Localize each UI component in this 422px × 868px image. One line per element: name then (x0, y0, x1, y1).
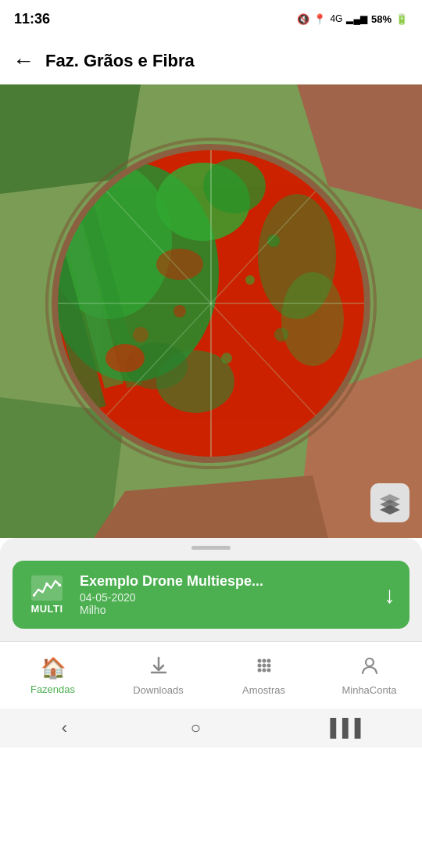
svg-point-20 (245, 275, 255, 285)
svg-point-45 (262, 663, 266, 667)
svg-point-44 (257, 663, 261, 667)
download-nav-icon (148, 655, 169, 681)
sys-back-button[interactable]: ‹ (62, 718, 67, 738)
svg-point-49 (266, 668, 270, 672)
battery-percent: 58% (371, 13, 392, 25)
svg-point-23 (133, 327, 148, 343)
svg-point-50 (366, 658, 374, 666)
card-info: Exemplo Drone Multiespe... 04-05-2020 Mi… (80, 573, 371, 616)
bottom-sheet: MULTI Exemplo Drone Multiespe... 04-05-2… (0, 538, 422, 641)
nav-item-fazendas[interactable]: 🏠 Fazendas (22, 656, 84, 695)
system-nav-bar: ‹ ○ ▐▐▐ (0, 708, 422, 748)
battery-icon: 🔋 (395, 13, 408, 25)
status-time: 11:36 (14, 11, 50, 27)
svg-point-38 (45, 583, 48, 586)
sys-home-button[interactable]: ○ (191, 718, 201, 738)
nav-item-amostras[interactable]: Amostras (233, 655, 295, 696)
sheet-handle[interactable] (191, 546, 231, 550)
svg-point-21 (274, 328, 288, 342)
status-icons: 🔇 📍 4G ▂▄▆ 58% 🔋 (297, 13, 408, 25)
nav-label-downloads: Downloads (133, 684, 183, 696)
card-crop: Milho (80, 604, 371, 616)
top-bar: ← Faz. Grãos e Fibra (0, 38, 422, 84)
svg-point-24 (173, 305, 186, 317)
svg-point-25 (156, 249, 203, 280)
account-icon (359, 655, 380, 681)
bottom-nav: 🏠 Fazendas Downloads Amostra (0, 641, 422, 708)
location-icon: 📍 (313, 13, 326, 25)
svg-point-48 (262, 668, 266, 672)
layers-icon (378, 491, 402, 515)
status-bar: 11:36 🔇 📍 4G ▂▄▆ 58% 🔋 (0, 0, 422, 38)
nav-label-amostras: Amostras (242, 684, 285, 696)
svg-point-22 (221, 353, 232, 364)
map-svg (0, 84, 422, 538)
grid-icon (254, 655, 274, 681)
svg-point-47 (257, 668, 261, 672)
svg-point-46 (266, 663, 270, 667)
download-button[interactable]: ↓ (384, 582, 395, 608)
card-type-label: MULTI (30, 603, 63, 615)
nav-label-fazendas: Fazendas (30, 683, 75, 695)
card-title: Exemplo Drone Multiespe... (80, 573, 299, 590)
signal-4g-icon: 4G (330, 13, 342, 24)
svg-point-42 (262, 658, 266, 662)
svg-point-43 (266, 658, 270, 662)
card-date: 04-05-2020 (80, 591, 371, 604)
nav-item-minhaconta[interactable]: MinhaConta (338, 655, 401, 696)
svg-point-39 (59, 584, 62, 587)
home-icon: 🏠 (41, 656, 66, 680)
signal-bars-icon: ▂▄▆ (346, 13, 367, 24)
svg-marker-35 (380, 505, 400, 515)
layer-button[interactable] (370, 483, 409, 522)
back-button[interactable]: ← (13, 50, 34, 72)
page-title: Faz. Grãos e Fibra (45, 51, 195, 71)
svg-point-14 (203, 159, 266, 213)
card-icon-wrap: MULTI (27, 575, 67, 615)
svg-point-41 (257, 658, 261, 662)
ndvi-chart-icon (31, 575, 63, 601)
map-area (0, 84, 422, 538)
svg-point-16 (281, 272, 344, 366)
nav-label-minhaconta: MinhaConta (342, 684, 396, 696)
svg-point-26 (106, 344, 145, 372)
svg-point-37 (33, 594, 36, 597)
sys-recent-button[interactable]: ▐▐▐ (324, 718, 360, 738)
mute-icon: 🔇 (297, 13, 309, 25)
analysis-card[interactable]: MULTI Exemplo Drone Multiespe... 04-05-2… (13, 561, 409, 629)
nav-item-downloads[interactable]: Downloads (127, 655, 190, 696)
svg-rect-36 (31, 576, 63, 601)
